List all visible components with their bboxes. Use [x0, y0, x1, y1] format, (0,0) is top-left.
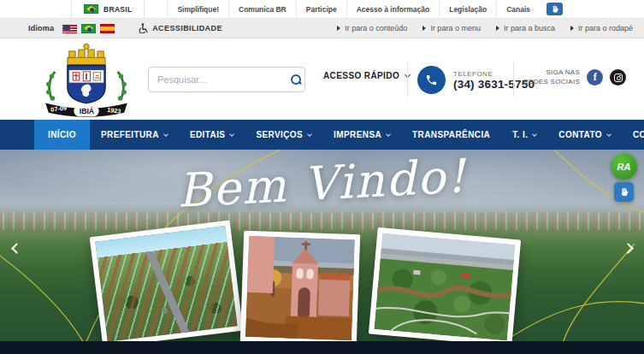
chevron-down-icon — [533, 132, 538, 137]
skip-links: Ir para o conteúdo Ir para o menu Ir par… — [337, 24, 633, 32]
header-divider — [513, 62, 514, 97]
gov-links: Simplifique! Comunica BR Participe Acess… — [167, 0, 563, 18]
gov-link-simplifique[interactable]: Simplifique! — [167, 0, 228, 18]
logo-city-name: IBIÁ — [80, 107, 95, 115]
gov-link-legislacao[interactable]: Legislação — [439, 0, 496, 18]
quick-access-dropdown[interactable]: ACESSO RÁPIDO — [323, 71, 410, 80]
gov-country-label: BRASIL — [103, 5, 132, 14]
chevron-down-icon — [163, 132, 168, 137]
chevron-down-icon — [307, 132, 312, 137]
language-flags — [62, 24, 115, 33]
search-button[interactable] — [287, 68, 304, 91]
vlibras-float-button[interactable] — [614, 182, 634, 202]
church-image — [245, 236, 355, 340]
carousel-next-button[interactable] — [620, 239, 639, 257]
quick-access-label: ACESSO RÁPIDO — [323, 71, 399, 80]
nav-item-imprensa[interactable]: IMPRENSA — [322, 120, 401, 150]
skip-to-menu[interactable]: Ir para o menu — [422, 24, 481, 32]
ra-badge-button[interactable]: RA — [611, 153, 637, 180]
gov-link-comunica-br[interactable]: Comunica BR — [228, 0, 296, 18]
nav-item-prefeitura[interactable]: PREFEITURA — [90, 120, 179, 150]
page: BRASIL Simplifique! Comunica BR Particip… — [0, 0, 644, 354]
wheelchair-icon — [139, 23, 148, 33]
hero-carousel: Bem Vindo! — [0, 150, 644, 341]
instagram-glyph — [614, 74, 623, 82]
arrow-right-icon — [422, 26, 426, 31]
carousel-prev-button[interactable] — [5, 239, 24, 257]
hand-glyph — [550, 4, 560, 15]
arrow-right-icon — [496, 26, 499, 31]
social-label: SIGA NAS REDES SOCIAIS — [523, 68, 580, 87]
arrow-right-icon — [570, 26, 574, 31]
social-label-line2: REDES SOCIAIS — [523, 78, 580, 87]
nav-label: COVID-19 — [633, 130, 644, 139]
vlibras-hand-icon[interactable] — [547, 3, 563, 15]
nav-label: T. I. — [512, 130, 528, 139]
nav-item-covid19[interactable]: COVID-19 — [622, 120, 644, 150]
idioma-label: Idioma — [28, 24, 54, 32]
bottom-strip — [0, 341, 644, 354]
phone-number: (34) 3631-5750 — [453, 78, 535, 91]
coat-of-arms: 07-09 IBIÁ 1923 — [31, 40, 142, 119]
park-aerial-image — [374, 233, 515, 340]
nav-label: CONTATO — [558, 130, 602, 139]
skip-to-content[interactable]: Ir para o conteúdo — [337, 24, 407, 32]
nav-label: SERVIÇOS — [256, 130, 303, 139]
header-divider — [407, 62, 408, 97]
nav-item-transparencia[interactable]: TRANSPARÊNCIA — [401, 120, 501, 150]
instagram-icon[interactable] — [610, 69, 626, 86]
main-navigation: INÍCIO PREFEITURA EDITAIS SERVIÇOS IMPRE… — [0, 120, 644, 150]
flag-english-icon[interactable] — [62, 24, 77, 33]
nav-label: TRANSPARÊNCIA — [412, 130, 490, 139]
nav-item-contato[interactable]: CONTATO — [547, 120, 622, 150]
flag-portuguese-icon[interactable] — [81, 24, 96, 33]
city-coat-of-arms-logo[interactable]: 07-09 IBIÁ 1923 — [31, 40, 142, 119]
nav-item-editais[interactable]: EDITAIS — [179, 120, 245, 150]
nav-label: IMPRENSA — [334, 130, 381, 139]
skip-to-menu-label: Ir para o menu — [430, 24, 481, 32]
chevron-down-icon — [230, 132, 235, 137]
carousel-photo-church — [240, 231, 360, 341]
accessibility-bar: Idioma ACESSIBILIDADE Ir para o conteúdo… — [0, 19, 644, 38]
carousel-photo-city-aerial — [90, 220, 244, 341]
site-header: 07-09 IBIÁ 1923 ACESSO RÁPIDO TELEFON — [0, 38, 644, 120]
chevron-right-icon — [623, 243, 634, 254]
chevron-down-icon — [606, 132, 612, 137]
gov-link-canais[interactable]: Canais — [496, 0, 540, 18]
skip-to-footer[interactable]: Ir para o rodapé — [570, 24, 633, 32]
phone-contact[interactable]: TELEFONE (34) 3631-5750 — [417, 66, 535, 94]
search-box — [148, 67, 305, 92]
search-input[interactable] — [149, 74, 287, 85]
gov-top-bar: BRASIL Simplifique! Comunica BR Particip… — [0, 0, 644, 19]
flag-spanish-icon[interactable] — [100, 24, 115, 33]
skip-to-footer-label: Ir para o rodapé — [578, 24, 633, 32]
vlibras-hand-icon — [618, 186, 630, 198]
accessibility-label: ACESSIBILIDADE — [152, 24, 222, 32]
chevron-down-icon — [386, 132, 391, 137]
skip-to-content-label: Ir para o conteúdo — [345, 24, 407, 32]
city-aerial-image — [95, 226, 237, 341]
phone-icon — [417, 66, 446, 94]
chevron-left-icon — [11, 243, 22, 254]
social-media: SIGA NAS REDES SOCIAIS f — [523, 68, 626, 87]
search-icon — [291, 74, 302, 86]
handset-glyph — [425, 74, 438, 86]
nav-item-inicio[interactable]: INÍCIO — [34, 120, 90, 150]
facebook-icon[interactable]: f — [587, 69, 603, 86]
carousel-photo-park-aerial — [369, 227, 521, 341]
arrow-right-icon — [337, 26, 340, 31]
nav-item-ti[interactable]: T. I. — [501, 120, 547, 150]
nav-label: EDITAIS — [190, 130, 226, 139]
gov-link-acesso-informacao[interactable]: Acesso à informação — [346, 0, 440, 18]
social-label-line1: SIGA NAS — [523, 68, 580, 78]
phone-label: TELEFONE — [453, 70, 535, 78]
nav-label: PREFEITURA — [101, 130, 159, 139]
gov-link-participe[interactable]: Participe — [296, 0, 346, 18]
gov-brasil-link[interactable]: BRASIL — [71, 0, 145, 18]
skip-to-search[interactable]: Ir para a busca — [496, 24, 555, 32]
skip-to-search-label: Ir para a busca — [504, 24, 555, 32]
accessibility-link[interactable]: ACESSIBILIDADE — [139, 23, 222, 33]
brazil-flag-icon — [84, 4, 98, 14]
nav-label: INÍCIO — [48, 130, 76, 139]
nav-item-servicos[interactable]: SERVIÇOS — [245, 120, 322, 150]
